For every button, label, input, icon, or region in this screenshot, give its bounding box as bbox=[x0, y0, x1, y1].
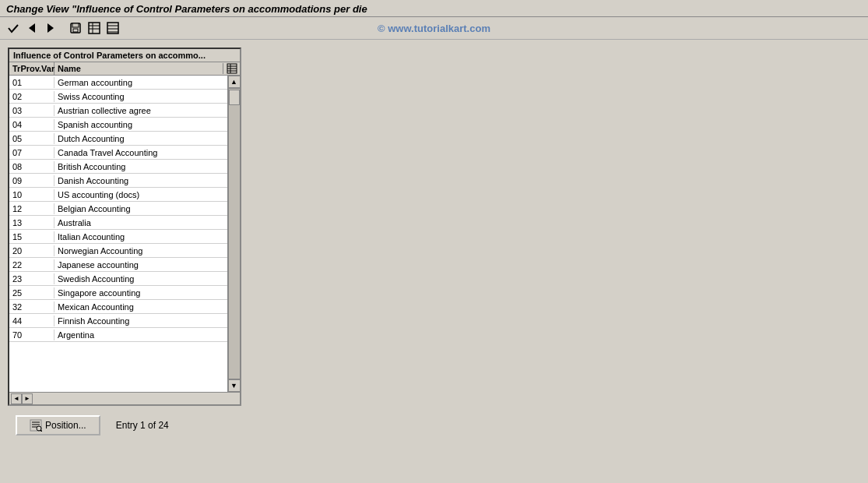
cell-trprov: 01 bbox=[9, 77, 54, 88]
cell-trprov: 03 bbox=[9, 105, 54, 116]
cell-trprov: 32 bbox=[9, 301, 54, 312]
cell-name: Singapore accounting bbox=[54, 287, 227, 298]
table-row[interactable]: 22Japanese accounting bbox=[9, 258, 227, 272]
svg-rect-3 bbox=[72, 23, 79, 27]
scroll-down-btn[interactable]: ▼ bbox=[228, 379, 241, 392]
cell-trprov: 13 bbox=[9, 217, 54, 228]
cell-trprov: 23 bbox=[9, 273, 54, 284]
cell-trprov: 10 bbox=[9, 189, 54, 200]
cell-trprov: 25 bbox=[9, 287, 54, 298]
table-title: Influence of Control Parameters on accom… bbox=[9, 49, 240, 62]
title-bar: Change View "Influence of Control Parame… bbox=[0, 0, 868, 17]
table-row[interactable]: 01German accounting bbox=[9, 76, 227, 90]
cell-name: Mexican Accounting bbox=[54, 301, 227, 312]
toolbar: © www.tutorialkart.com bbox=[0, 17, 868, 40]
cell-name: Australia bbox=[54, 217, 227, 228]
cell-trprov: 04 bbox=[9, 119, 54, 130]
table2-toolbar-btn[interactable] bbox=[104, 19, 121, 37]
cell-trprov: 20 bbox=[9, 245, 54, 256]
scroll-left-btn[interactable]: ◄ bbox=[11, 393, 22, 404]
table-row[interactable]: 09Danish Accounting bbox=[9, 174, 227, 188]
table-row[interactable]: 20Norwegian Accounting bbox=[9, 244, 227, 258]
forward-toolbar-btn[interactable] bbox=[42, 19, 59, 37]
position-btn-icon bbox=[30, 419, 42, 432]
table-row[interactable]: 13Australia bbox=[9, 216, 227, 230]
position-button[interactable]: Position... bbox=[16, 415, 100, 435]
cell-name: Norwegian Accounting bbox=[54, 245, 227, 256]
table-body: 01German accounting02Swiss Accounting03A… bbox=[9, 76, 240, 392]
table-row[interactable]: 25Singapore accounting bbox=[9, 286, 227, 300]
watermark: © www.tutorialkart.com bbox=[378, 23, 490, 34]
cell-trprov: 09 bbox=[9, 175, 54, 186]
svg-rect-5 bbox=[89, 23, 100, 33]
scroll-track bbox=[228, 88, 241, 379]
table-row[interactable]: 02Swiss Accounting bbox=[9, 90, 227, 104]
table-row[interactable]: 04Spanish accounting bbox=[9, 118, 227, 132]
cell-name: Swedish Accounting bbox=[54, 273, 227, 284]
back-toolbar-btn[interactable] bbox=[23, 19, 40, 37]
entry-info: Entry 1 of 24 bbox=[116, 420, 169, 431]
table-row[interactable]: 15Italian Accounting bbox=[9, 230, 227, 244]
cell-trprov: 02 bbox=[9, 91, 54, 102]
table-row[interactable]: 70Argentina bbox=[9, 328, 227, 342]
table-row[interactable]: 08British Accounting bbox=[9, 160, 227, 174]
window-title: Change View "Influence of Control Parame… bbox=[6, 3, 367, 15]
cell-trprov: 44 bbox=[9, 316, 54, 326]
content-area: Influence of Control Parameters on accom… bbox=[0, 40, 868, 483]
cell-name: Argentina bbox=[54, 330, 227, 340]
svg-rect-4 bbox=[73, 29, 78, 32]
cell-name: German accounting bbox=[54, 77, 227, 88]
cell-name: Belgian Accounting bbox=[54, 203, 227, 214]
table-row[interactable]: 07Canada Travel Accounting bbox=[9, 146, 227, 160]
vertical-scrollbar[interactable]: ▲ ▼ bbox=[227, 76, 240, 392]
bottom-bar: Position... Entry 1 of 24 bbox=[8, 406, 860, 445]
scroll-up-btn[interactable]: ▲ bbox=[228, 76, 241, 88]
cell-name: Austrian collective agree bbox=[54, 105, 227, 116]
svg-marker-0 bbox=[29, 23, 35, 33]
cell-name: Spanish accounting bbox=[54, 119, 227, 130]
table-row[interactable]: 05Dutch Accounting bbox=[9, 132, 227, 146]
cell-trprov: 22 bbox=[9, 259, 54, 270]
cell-trprov: 12 bbox=[9, 203, 54, 214]
table-rows: 01German accounting02Swiss Accounting03A… bbox=[9, 76, 227, 392]
scroll-right-btn[interactable]: ► bbox=[22, 393, 33, 404]
col-name-header: Name bbox=[54, 62, 223, 75]
svg-line-23 bbox=[40, 430, 42, 432]
cell-name: British Accounting bbox=[54, 161, 227, 172]
check-toolbar-btn[interactable] bbox=[5, 19, 22, 37]
cell-name: Canada Travel Accounting bbox=[54, 147, 227, 158]
horizontal-scrollbar: ◄ ► bbox=[11, 393, 33, 404]
table-header: TrProv.Var Name bbox=[9, 62, 240, 76]
table-toolbar-btn[interactable] bbox=[86, 19, 103, 37]
cell-name: Japanese accounting bbox=[54, 259, 227, 270]
table-row[interactable]: 10US accounting (docs) bbox=[9, 188, 227, 202]
cell-name: Italian Accounting bbox=[54, 231, 227, 242]
cell-name: Dutch Accounting bbox=[54, 133, 227, 144]
column-settings-icon[interactable] bbox=[223, 63, 240, 74]
cell-trprov: 07 bbox=[9, 147, 54, 158]
table-row[interactable]: 44Finnish Accounting bbox=[9, 314, 227, 328]
table-row[interactable]: 32Mexican Accounting bbox=[9, 300, 227, 314]
cell-trprov: 70 bbox=[9, 330, 54, 340]
cell-trprov: 08 bbox=[9, 161, 54, 172]
cell-name: Swiss Accounting bbox=[54, 91, 227, 102]
scroll-thumb[interactable] bbox=[229, 90, 240, 105]
table-row[interactable]: 03Austrian collective agree bbox=[9, 104, 227, 118]
main-window: Change View "Influence of Control Parame… bbox=[0, 0, 868, 483]
cell-trprov: 15 bbox=[9, 231, 54, 242]
svg-rect-18 bbox=[30, 420, 41, 431]
position-button-label: Position... bbox=[45, 420, 86, 431]
toolbar-separator-1 bbox=[61, 20, 65, 36]
cell-trprov: 05 bbox=[9, 133, 54, 144]
svg-marker-1 bbox=[47, 23, 54, 33]
col-trprov-header: TrProv.Var bbox=[9, 62, 54, 75]
cell-name: US accounting (docs) bbox=[54, 189, 227, 200]
table-row[interactable]: 12Belgian Accounting bbox=[9, 202, 227, 216]
table-row[interactable]: 23Swedish Accounting bbox=[9, 272, 227, 286]
cell-name: Finnish Accounting bbox=[54, 316, 227, 326]
save-toolbar-btn[interactable] bbox=[67, 19, 84, 37]
table-footer: ◄ ► bbox=[9, 392, 240, 404]
cell-name: Danish Accounting bbox=[54, 175, 227, 186]
data-table: Influence of Control Parameters on accom… bbox=[8, 48, 241, 406]
